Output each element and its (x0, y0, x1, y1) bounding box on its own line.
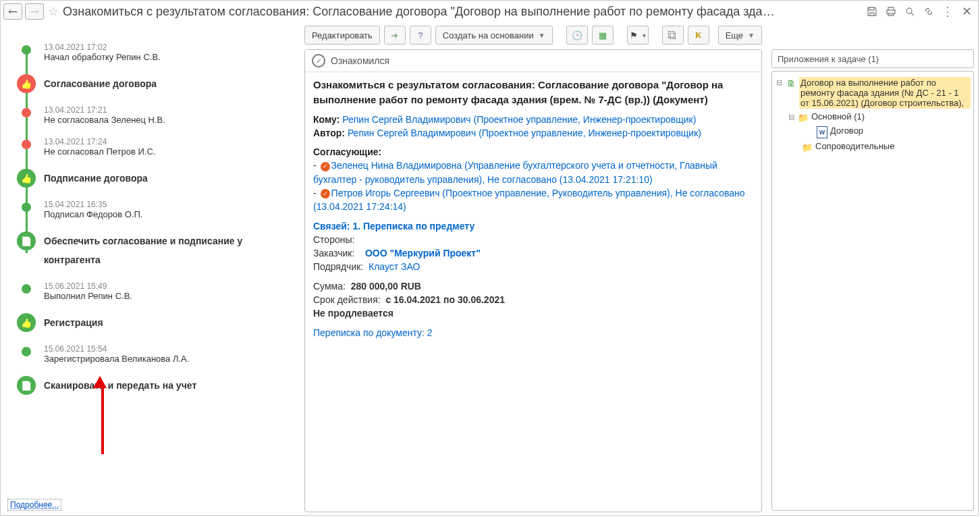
timeline-label: Не согласовал Петров И.С. (44, 146, 298, 157)
favorite-star-icon[interactable]: ☆ (47, 5, 60, 18)
tree-row-root[interactable]: ⊟ 🗎 Договор на выполнение работ по ремон… (775, 76, 971, 110)
document-panel: Редактировать ➜ ? Создать на основании▼ … (304, 22, 765, 515)
timeline-stage-label: Подписание договора (44, 169, 298, 188)
tree-collapse-icon[interactable]: ⊟ (775, 78, 783, 86)
tree-file-label: Договор (830, 126, 971, 136)
more-button[interactable]: Еще▼ (718, 26, 762, 45)
svg-point-0 (906, 8, 912, 13)
timeline-stage-label: Сканировать и передать на учет (44, 376, 298, 395)
timeline-stage: Сканировать и передать на учет (17, 376, 298, 395)
to-label: Кому: (313, 114, 339, 125)
author-label: Автор: (313, 128, 345, 138)
timeline-timestamp: 15.04.2021 16:35 (44, 200, 298, 209)
document-title: Ознакомиться с результатом согласования:… (313, 78, 753, 107)
window-header: 🡐 🡒 ☆ Ознакомиться с результатом согласо… (1, 1, 978, 22)
approvers-label: Согласующие: (313, 146, 381, 157)
timeline-stage-icon (17, 74, 36, 93)
edit-button[interactable]: Редактировать (304, 26, 380, 45)
forward-button[interactable]: ➜ (384, 26, 406, 45)
annotation-arrow-icon (99, 387, 107, 454)
to-person-link[interactable]: Репин Сергей Владимирович (Проектное упр… (342, 114, 696, 125)
timeline-stage-icon (17, 169, 36, 188)
close-icon[interactable]: ✕ (960, 5, 973, 18)
timeline-stage: Обеспечить согласование и подписание у к… (17, 232, 298, 269)
timeline-label: Начал обработку Репин С.В. (44, 52, 298, 62)
timeline-stage: Согласование договора (17, 74, 298, 93)
timeline-marker-icon (22, 45, 31, 55)
timeline-event: 13.04.2021 17:24 Не согласовал Петров И.… (17, 137, 298, 157)
link-icon[interactable] (923, 5, 935, 18)
print-icon[interactable] (885, 5, 897, 18)
sides-label: Стороны: (313, 233, 753, 246)
tree-row-folder-main[interactable]: ⊟ 📁 Основной (1) (775, 110, 971, 124)
timeline-event: 15.06.2021 15:54 Зарегистрировала Велика… (17, 344, 298, 364)
timeline-stage-label: Обеспечить согласование и подписание у к… (44, 232, 298, 269)
attachments-panel: Приложения к задаче (1) ⊟ 🗎 Договор на в… (765, 22, 978, 515)
timeline-stage-icon (17, 232, 36, 250)
sum-label: Сумма: (313, 281, 346, 292)
more-details-link[interactable]: Подробнее... (7, 499, 61, 511)
correspondence-count[interactable]: 2 (427, 327, 433, 338)
tree-collapse-icon[interactable]: ⊟ (787, 113, 795, 121)
timeline-timestamp: 15.06.2021 15:49 (44, 281, 298, 291)
window-title: Ознакомиться с результатом согласования:… (63, 5, 863, 19)
timeline-event: 13.04.2021 17:21 Не согласовала Зеленец … (17, 105, 298, 125)
tree-row-folder-extra[interactable]: 📁 Сопроводительные (775, 140, 971, 154)
timeline-panel: 13.04.2021 17:02 Начал обработку Репин С… (1, 22, 304, 515)
check-circle-icon: ✓ (312, 54, 325, 67)
status-text: Ознакомился (331, 55, 389, 66)
period-value: с 16.04.2021 по 30.06.2021 (385, 294, 505, 305)
correspondence-link[interactable]: Переписка по документу: (313, 327, 425, 338)
timeline-stage-label: Согласование договора (44, 74, 298, 93)
save-icon[interactable] (866, 5, 878, 18)
tree-folder-label: Сопроводительные (815, 141, 971, 151)
timeline-label: Не согласовала Зеленец Н.В. (44, 115, 298, 125)
timeline-event: 15.04.2021 16:35 Подписал Федоров О.П. (17, 200, 298, 219)
structure-button[interactable]: ⿻ (662, 26, 684, 45)
nav-back-button[interactable]: 🡐 (3, 3, 22, 20)
document-icon: 🗎 (786, 78, 796, 88)
author-person-link[interactable]: Репин Сергей Владимирович (Проектное упр… (348, 128, 701, 138)
timeline-marker-icon (22, 202, 31, 212)
more-button-label: Еще (726, 30, 743, 40)
document-box: ✓ Ознакомился Ознакомиться с результатом… (304, 49, 762, 512)
timeline-label: Подписал Федоров О.П. (44, 209, 298, 219)
timeline-label: Выполнил Репин С.В. (44, 291, 298, 301)
more-menu-icon[interactable] (942, 5, 954, 18)
no-prolong-label: Не продлевается (313, 306, 753, 320)
k-button[interactable]: К (688, 26, 709, 45)
timeline-stage: Подписание договора (17, 169, 298, 188)
tree-root-label: Договор на выполнение работ по ремонту ф… (799, 77, 971, 109)
nav-forward-button[interactable]: 🡒 (25, 3, 44, 20)
timeline-marker-icon (22, 140, 31, 149)
timeline-marker-icon (22, 284, 31, 294)
contractor-link[interactable]: Клауст ЗАО (369, 261, 420, 272)
help-button[interactable]: ? (410, 26, 431, 45)
tree-row-file[interactable]: W Договор (775, 124, 971, 140)
attachments-tree: ⊟ 🗎 Договор на выполнение работ по ремон… (771, 71, 974, 511)
timeline-label: Зарегистрировала Великанова Л.А. (44, 354, 298, 364)
flag-button[interactable]: ⚑▾ (627, 26, 649, 45)
timeline-timestamp: 13.04.2021 17:21 (44, 105, 298, 115)
timeline-marker-icon (22, 108, 31, 117)
timeline-stage-icon (17, 376, 36, 395)
approver-link[interactable]: Петров Игорь Сергеевич (Проектное управл… (313, 188, 745, 212)
timeline-marker-icon (22, 347, 31, 356)
create-based-on-button[interactable]: Создать на основании▼ (435, 26, 553, 45)
attachments-header: Приложения к задаче (1) (771, 49, 974, 68)
period-label: Срок действия: (313, 294, 381, 305)
timeline-stage-label: Регистрация (44, 313, 298, 332)
timeline-timestamp: 13.04.2021 17:24 (44, 137, 298, 146)
svg-line-1 (911, 13, 914, 16)
timeline-timestamp: 13.04.2021 17:02 (44, 43, 298, 52)
timeline-timestamp: 15.06.2021 15:54 (44, 344, 298, 354)
clock-button[interactable]: 🕒 (566, 26, 588, 45)
approver-link[interactable]: Зеленец Нина Владимировна (Управление бу… (313, 160, 717, 184)
search-icon[interactable] (904, 5, 916, 18)
timeline-event: 13.04.2021 17:02 Начал обработку Репин С… (17, 43, 298, 62)
customer-link[interactable]: ООО "Меркурий Проект" (365, 248, 481, 258)
links-section-link[interactable]: Связей: 1. Переписка по предмету (313, 219, 753, 233)
calendar-button[interactable]: ▦ (592, 26, 614, 45)
customer-label: Заказчик: (313, 248, 354, 258)
toolbar: Редактировать ➜ ? Создать на основании▼ … (304, 25, 762, 45)
